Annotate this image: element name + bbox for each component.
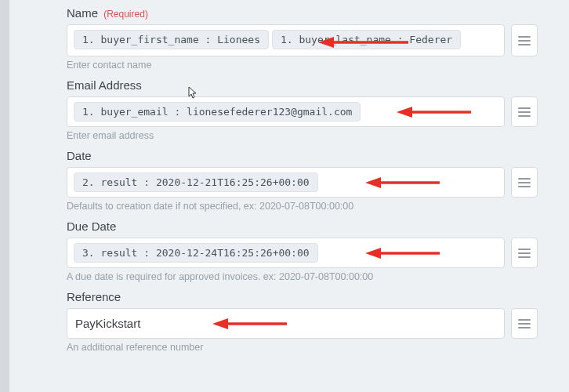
email-chip[interactable]: 1. buyer_email : lionesefederer123@gmail… [74,102,361,122]
name-input[interactable]: 1. buyer_first_name : Lionees 1. buyer_l… [67,24,505,56]
email-input[interactable]: 1. buyer_email : lionesefederer123@gmail… [67,96,505,127]
due-date-input[interactable]: 3. result : 2020-12-24T16:25:26+00:00 [67,238,505,268]
name-helper: Enter contact name [67,60,538,71]
name-chip-first[interactable]: 1. buyer_first_name : Lionees [74,30,269,49]
due-date-chip[interactable]: 3. result : 2020-12-24T16:25:26+00:00 [74,243,318,263]
name-options-button[interactable] [511,24,538,56]
email-options-button[interactable] [511,96,538,127]
name-required-tag: (Required) [103,9,148,20]
reference-input[interactable]: PayKickstart [67,308,505,339]
date-options-button[interactable] [511,167,538,198]
date-label: Date [67,149,538,162]
name-label: Name (Required) [67,6,538,20]
arrow-icon [397,106,475,118]
date-helper: Defaults to creation date if not specifi… [67,201,538,212]
field-due-date: Due Date 3. result : 2020-12-24T16:25:26… [67,220,538,282]
form-page: Name (Required) 1. buyer_first_name : Li… [0,0,569,392]
field-email: Email Address 1. buyer_email : lionesefe… [67,78,538,141]
name-chip-last[interactable]: 1. buyer_last_name : Federer [272,30,461,49]
svg-marker-16 [365,248,381,259]
arrow-icon [365,247,444,260]
email-helper: Enter email address [67,130,538,141]
date-input[interactable]: 2. result : 2020-12-21T16:25:26+00:00 [67,167,505,198]
due-date-label: Due Date [67,220,538,233]
reference-label: Reference [67,290,538,303]
email-label: Email Address [67,78,538,92]
reference-helper: An additional reference number [67,342,538,353]
due-date-options-button[interactable] [511,238,538,268]
reference-options-button[interactable] [511,308,538,339]
svg-marker-6 [397,107,412,118]
date-chip[interactable]: 2. result : 2020-12-21T16:25:26+00:00 [74,172,318,192]
field-reference: Reference PayKickstart An additional ref… [67,290,538,353]
due-date-helper: A due date is required for approved invo… [67,271,538,282]
svg-marker-11 [365,177,381,188]
name-label-text: Name [67,6,98,20]
arrow-icon [212,318,291,330]
field-name: Name (Required) 1. buyer_first_name : Li… [67,6,538,71]
svg-marker-21 [212,318,228,329]
reference-value: PayKickstart [74,314,142,333]
left-edge-strip [0,0,9,392]
arrow-icon [365,176,444,189]
field-date: Date 2. result : 2020-12-21T16:25:26+00:… [67,149,538,212]
